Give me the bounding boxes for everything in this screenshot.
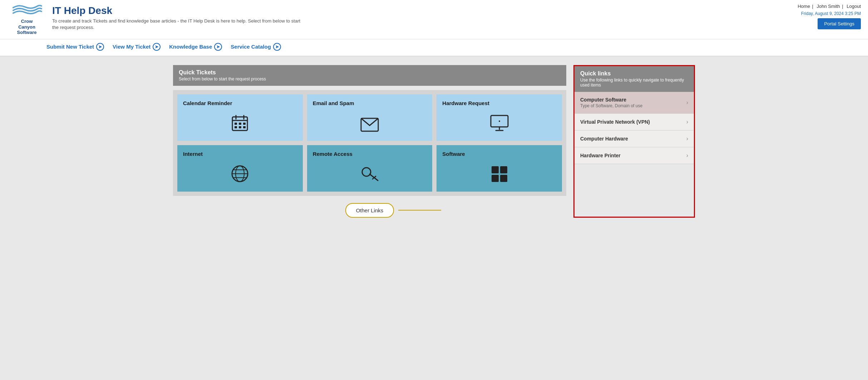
svg-rect-25: [500, 166, 507, 173]
svg-rect-26: [492, 175, 499, 182]
ql-item-sub: Type of Software, Domain of use: [580, 103, 642, 108]
view-arrow-icon: ➤: [153, 43, 161, 51]
home-link[interactable]: Home: [798, 4, 810, 9]
sc-arrow-icon: ➤: [273, 43, 281, 51]
portal-settings-button[interactable]: Portal Settings: [818, 18, 861, 29]
ticket-card-title: Email and Spam: [313, 100, 354, 106]
header-left: Crow Canyon Software IT Help Desk To cre…: [7, 4, 302, 35]
chevron-right-icon: ›: [686, 99, 688, 106]
ql-item-title: Virtual Private Network (VPN): [580, 119, 650, 125]
header-subtitle: To create and track Tickets and find kno…: [52, 18, 302, 31]
quick-link-item-vpn[interactable]: Virtual Private Network (VPN) ›: [574, 114, 694, 130]
svg-rect-4: [235, 123, 237, 125]
quick-link-item-computer-software[interactable]: Computer Software Type of Software, Doma…: [574, 92, 694, 114]
other-links-button[interactable]: Other Links: [345, 203, 394, 218]
key-icon: [361, 165, 379, 186]
quick-tickets-title: Quick Tickets: [179, 69, 561, 76]
ticket-card-calendar-reminder[interactable]: Calendar Reminder: [177, 94, 303, 141]
header-right: Home | John Smith | Logout Friday, Augus…: [796, 4, 861, 29]
submit-arrow-icon: ➤: [96, 43, 104, 51]
email-icon: [360, 118, 379, 135]
nav-link-view-my-ticket[interactable]: View My Ticket ➤: [113, 43, 161, 51]
ticket-card-title: Internet: [183, 151, 203, 157]
ql-item-title: Hardware Printer: [580, 153, 621, 158]
svg-point-20: [362, 168, 371, 176]
svg-rect-6: [243, 123, 246, 125]
nav-link-knowledge-base[interactable]: Knowledge Base ➤: [169, 43, 222, 51]
logo-area: Crow Canyon Software: [7, 4, 46, 35]
svg-line-23: [373, 178, 374, 179]
chevron-right-icon: ›: [686, 135, 688, 142]
svg-rect-8: [239, 126, 241, 128]
header-date: Friday, August 9, 2024 3:25 PM: [801, 11, 861, 16]
ticket-card-software[interactable]: Software: [437, 145, 562, 192]
nav-link-service-catalog[interactable]: Service Catalog ➤: [231, 43, 281, 51]
quick-links-area: Quick links Use the following links to q…: [573, 65, 695, 218]
svg-line-22: [374, 176, 376, 178]
quick-link-item-computer-hardware[interactable]: Computer Hardware ›: [574, 130, 694, 147]
chevron-right-icon: ›: [686, 119, 688, 125]
quick-tickets-subtitle: Select from below to start the request p…: [179, 77, 561, 82]
kb-arrow-icon: ➤: [214, 43, 222, 51]
user-link[interactable]: John Smith: [817, 4, 840, 9]
tickets-grid: Calendar Reminder: [173, 90, 566, 196]
svg-rect-9: [243, 126, 246, 128]
svg-point-14: [499, 120, 500, 122]
calendar-icon: [231, 114, 249, 135]
quick-links-title: Quick links: [580, 70, 688, 77]
ticket-card-hardware-request[interactable]: Hardware Request: [437, 94, 562, 141]
logo-waves-icon: [11, 4, 43, 18]
logout-link[interactable]: Logout: [847, 4, 861, 9]
nav-link-submit-new-ticket[interactable]: Submit New Ticket ➤: [46, 43, 104, 51]
nav-bar: Submit New Ticket ➤ View My Ticket ➤ Kno…: [0, 39, 868, 56]
ticket-card-title: Software: [442, 151, 465, 157]
ticket-card-remote-access[interactable]: Remote Access: [307, 145, 433, 192]
ticket-card-email-spam[interactable]: Email and Spam: [307, 94, 433, 141]
ql-item-title: Computer Hardware: [580, 136, 628, 142]
header: Crow Canyon Software IT Help Desk To cre…: [0, 0, 868, 39]
header-nav-links: Home | John Smith | Logout: [796, 4, 861, 9]
main-content: Quick Tickets Select from below to start…: [166, 56, 702, 226]
ql-item-title: Computer Software: [580, 97, 642, 103]
other-links-connector-line: [398, 210, 441, 211]
quick-tickets-area: Quick Tickets Select from below to start…: [173, 65, 566, 218]
quick-link-item-hardware-printer[interactable]: Hardware Printer ›: [574, 147, 694, 164]
svg-rect-24: [492, 166, 499, 173]
ticket-card-title: Remote Access: [313, 151, 352, 157]
ticket-card-title: Hardware Request: [442, 100, 489, 106]
globe-icon: [231, 165, 249, 186]
svg-rect-27: [500, 175, 507, 182]
header-title-area: IT Help Desk To create and track Tickets…: [52, 4, 302, 31]
ticket-card-title: Calendar Reminder: [183, 100, 232, 106]
monitor-icon: [490, 115, 509, 135]
ticket-card-internet[interactable]: Internet: [177, 145, 303, 192]
logo-text: Crow Canyon Software: [17, 19, 37, 35]
page-title: IT Help Desk: [52, 5, 302, 16]
quick-links-header: Quick links Use the following links to q…: [574, 66, 694, 92]
quick-tickets-header: Quick Tickets Select from below to start…: [173, 65, 566, 86]
svg-rect-5: [239, 123, 241, 125]
chevron-right-icon: ›: [686, 152, 688, 159]
windows-icon: [491, 166, 508, 186]
quick-links-subtitle: Use the following links to quickly navig…: [580, 78, 688, 88]
svg-rect-7: [235, 126, 237, 128]
